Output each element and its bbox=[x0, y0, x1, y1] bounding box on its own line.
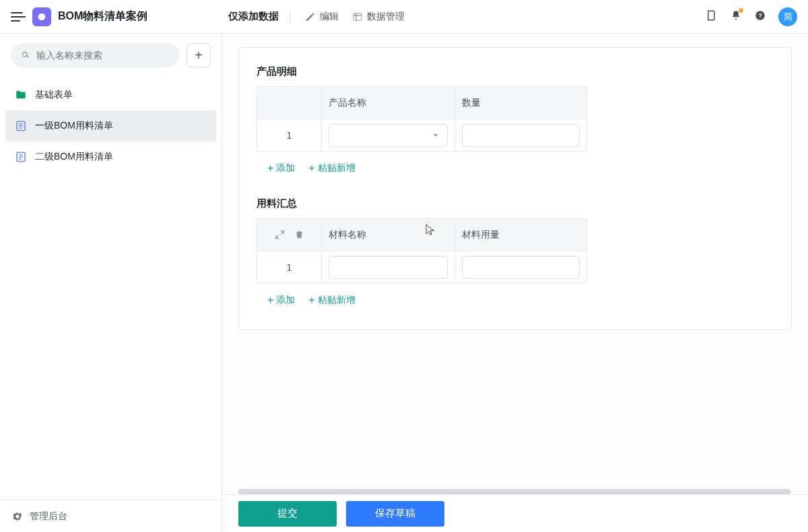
sidebar-item-label: 基础表单 bbox=[35, 89, 73, 101]
table-row: 1 bbox=[257, 119, 587, 152]
col-product-qty: 数量 bbox=[455, 87, 587, 119]
materials-table: 材料名称 材料用量 1 bbox=[257, 218, 587, 284]
app-icon bbox=[32, 7, 51, 26]
divider bbox=[290, 11, 290, 23]
col-index-header bbox=[257, 219, 322, 251]
mode-add-only[interactable]: 仅添加数据 bbox=[228, 10, 279, 23]
chevron-down-icon bbox=[431, 131, 440, 140]
col-product-name: 产品名称 bbox=[322, 87, 455, 119]
expand-icon[interactable] bbox=[275, 230, 285, 240]
horizontal-scrollbar[interactable] bbox=[238, 489, 790, 494]
search-icon bbox=[20, 50, 31, 61]
edit-label: 编辑 bbox=[320, 11, 339, 23]
menu-toggle-icon[interactable] bbox=[11, 9, 26, 24]
material-usage-input[interactable] bbox=[462, 256, 580, 279]
row-number: 1 bbox=[257, 119, 322, 152]
material-name-input[interactable] bbox=[329, 256, 448, 279]
svg-text:?: ? bbox=[758, 12, 762, 19]
data-manage-label: 数据管理 bbox=[367, 11, 405, 23]
add-form-button[interactable]: + bbox=[187, 43, 211, 67]
save-draft-button[interactable]: 保存草稿 bbox=[346, 501, 444, 527]
product-name-select[interactable] bbox=[329, 124, 448, 147]
svg-point-0 bbox=[38, 13, 46, 20]
sidebar-item-bom-level2[interactable]: 二级BOM用料清单 bbox=[5, 141, 216, 172]
row-number: 1 bbox=[257, 251, 322, 284]
svg-rect-1 bbox=[354, 13, 362, 20]
product-table: 产品名称 数量 1 bbox=[257, 86, 587, 152]
trash-icon[interactable] bbox=[294, 230, 304, 240]
col-material-name: 材料名称 bbox=[322, 219, 455, 251]
sidebar-item-bom-level1[interactable]: 一级BOM用料清单 bbox=[5, 110, 216, 141]
materials-paste-add-button[interactable]: +粘贴新增 bbox=[308, 294, 355, 306]
form-icon bbox=[15, 151, 27, 163]
table-row: 1 bbox=[257, 251, 587, 284]
avatar[interactable]: 简 bbox=[778, 7, 797, 26]
edit-link[interactable]: 编辑 bbox=[301, 8, 343, 26]
gear-icon bbox=[12, 511, 23, 522]
notification-dot bbox=[739, 8, 743, 13]
admin-backend-link[interactable]: 管理后台 bbox=[0, 500, 222, 532]
sidebar-item-base-form[interactable]: 基础表单 bbox=[5, 79, 216, 110]
data-manage-link[interactable]: 数据管理 bbox=[348, 8, 409, 26]
app-title: BOM物料清单案例 bbox=[58, 9, 147, 24]
pencil-icon bbox=[305, 11, 316, 22]
col-material-usage: 材料用量 bbox=[455, 219, 587, 251]
form-icon bbox=[15, 120, 27, 132]
book-icon[interactable] bbox=[706, 9, 718, 24]
product-qty-input[interactable] bbox=[462, 124, 580, 147]
materials-add-row-button[interactable]: +添加 bbox=[267, 294, 295, 306]
product-paste-add-button[interactable]: +粘贴新增 bbox=[308, 162, 355, 174]
section-title-materials: 用料汇总 bbox=[257, 197, 774, 210]
folder-icon bbox=[15, 89, 27, 101]
product-add-row-button[interactable]: +添加 bbox=[267, 162, 295, 174]
sidebar-item-label: 一级BOM用料清单 bbox=[35, 120, 113, 132]
sidebar-item-label: 二级BOM用料清单 bbox=[35, 151, 113, 163]
submit-button[interactable]: 提交 bbox=[238, 501, 337, 527]
help-icon[interactable]: ? bbox=[754, 9, 766, 24]
table-icon bbox=[352, 11, 363, 22]
col-index-header bbox=[257, 87, 322, 119]
admin-backend-label: 管理后台 bbox=[30, 510, 67, 523]
bell-icon[interactable] bbox=[730, 9, 742, 24]
search-input[interactable] bbox=[36, 50, 170, 61]
search-input-wrapper[interactable] bbox=[11, 43, 180, 67]
section-title-product: 产品明细 bbox=[257, 65, 774, 78]
